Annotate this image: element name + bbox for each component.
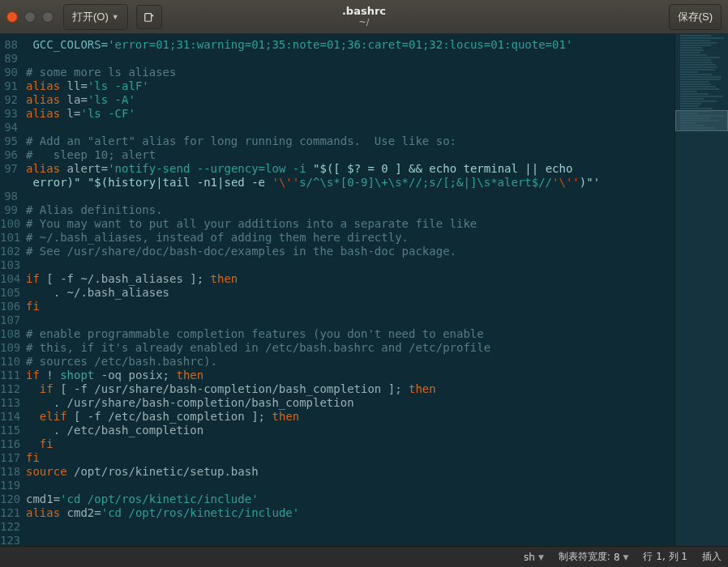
new-tab-button[interactable] bbox=[136, 5, 162, 29]
code-line[interactable]: alias alert='notify-send --urgency=low -… bbox=[26, 162, 674, 176]
code-line[interactable]: # Alias definitions. bbox=[26, 203, 674, 217]
line-number: 93 bbox=[0, 107, 18, 121]
line-number: 112 bbox=[0, 382, 18, 396]
language-selector[interactable]: sh ▼ bbox=[524, 552, 544, 563]
line-number: 97 bbox=[0, 162, 18, 176]
tab-width-label: 制表符宽度: bbox=[559, 550, 610, 564]
line-number: 116 bbox=[0, 437, 18, 451]
line-number: 96 bbox=[0, 148, 18, 162]
line-number: 110 bbox=[0, 355, 18, 369]
line-number: 119 bbox=[0, 479, 18, 492]
text-editor[interactable]: 8889909192939495969798991001011021031041… bbox=[0, 34, 674, 546]
chevron-down-icon: ▼ bbox=[623, 553, 629, 561]
code-line[interactable]: error)" "$(history|tail -n1|sed -e '\''s… bbox=[26, 176, 674, 190]
line-number: 120 bbox=[0, 492, 18, 506]
line-number: 109 bbox=[0, 341, 18, 355]
code-line[interactable] bbox=[26, 479, 674, 492]
code-line[interactable]: # sleep 10; alert bbox=[26, 148, 674, 162]
new-tab-icon bbox=[143, 11, 155, 23]
close-window-button[interactable] bbox=[6, 11, 18, 23]
line-number: 104 bbox=[0, 272, 18, 286]
open-button-label: 打开(O) bbox=[72, 10, 109, 24]
line-number: 111 bbox=[0, 369, 18, 382]
code-line[interactable]: # See /usr/share/doc/bash-doc/examples i… bbox=[26, 245, 674, 258]
line-number: 88 bbox=[0, 38, 18, 52]
code-line[interactable]: fi bbox=[26, 300, 674, 313]
minimap[interactable] bbox=[674, 34, 728, 546]
tab-width-selector[interactable]: 制表符宽度: 8 ▼ bbox=[559, 550, 629, 564]
code-line[interactable]: # this, if it's already enabled in /etc/… bbox=[26, 341, 674, 355]
code-line[interactable]: # ~/.bash_aliases, instead of adding the… bbox=[26, 231, 674, 245]
code-line[interactable] bbox=[26, 52, 674, 66]
tab-width-value: 8 bbox=[614, 552, 620, 563]
line-number: 102 bbox=[0, 245, 18, 258]
line-number: 90 bbox=[0, 66, 18, 79]
line-number bbox=[0, 176, 18, 190]
code-line[interactable]: alias la='ls -A' bbox=[26, 93, 674, 107]
line-number-gutter: 8889909192939495969798991001011021031041… bbox=[0, 38, 23, 546]
minimize-window-button[interactable] bbox=[24, 11, 36, 23]
code-line[interactable]: . /etc/bash_completion bbox=[26, 424, 674, 437]
line-number: 114 bbox=[0, 410, 18, 424]
code-line[interactable]: . ~/.bash_aliases bbox=[26, 286, 674, 300]
code-line[interactable]: fi bbox=[26, 451, 674, 465]
line-number: 101 bbox=[0, 231, 18, 245]
titlebar: 打开(O) ▼ .bashrc ~/ 保存(S) bbox=[0, 0, 728, 34]
code-line[interactable]: if [ -f ~/.bash_aliases ]; then bbox=[26, 272, 674, 286]
open-button[interactable]: 打开(O) ▼ bbox=[63, 4, 128, 30]
line-number: 113 bbox=[0, 396, 18, 410]
line-number: 91 bbox=[0, 79, 18, 93]
code-line[interactable]: alias cmd2='cd /opt/ros/kinetic/include' bbox=[26, 506, 674, 520]
line-number: 103 bbox=[0, 258, 18, 272]
code-line[interactable] bbox=[26, 258, 674, 272]
line-number: 105 bbox=[0, 286, 18, 300]
line-number: 122 bbox=[0, 520, 18, 534]
editor-area: 8889909192939495969798991001011021031041… bbox=[0, 34, 728, 546]
code-line[interactable]: GCC_COLORS='error=01;31:warning=01;35:no… bbox=[26, 38, 674, 52]
cursor-position-label: 行 1, 列 1 bbox=[643, 550, 687, 564]
code-line[interactable] bbox=[26, 520, 674, 534]
code-line[interactable]: if [ -f /usr/share/bash-completion/bash_… bbox=[26, 382, 674, 396]
insert-mode[interactable]: 插入 bbox=[702, 550, 722, 564]
code-line[interactable]: cmd1='cd /opt/ros/kinetic/include' bbox=[26, 492, 674, 506]
statusbar: sh ▼ 制表符宽度: 8 ▼ 行 1, 列 1 插入 bbox=[0, 546, 728, 567]
code-line[interactable]: # Add an "alert" alias for long running … bbox=[26, 134, 674, 148]
code-content[interactable]: GCC_COLORS='error=01;31:warning=01;35:no… bbox=[23, 38, 674, 546]
line-number: 121 bbox=[0, 506, 18, 520]
save-button-label: 保存(S) bbox=[678, 10, 713, 24]
code-line[interactable] bbox=[26, 534, 674, 546]
line-number: 94 bbox=[0, 121, 18, 134]
maximize-window-button[interactable] bbox=[42, 11, 54, 23]
code-line[interactable]: . /usr/share/bash-completion/bash_comple… bbox=[26, 396, 674, 410]
line-number: 98 bbox=[0, 190, 18, 203]
file-name: .bashrc bbox=[342, 6, 386, 17]
window-controls bbox=[6, 11, 54, 23]
language-label: sh bbox=[524, 552, 535, 563]
title-center: .bashrc ~/ bbox=[342, 6, 386, 28]
code-line[interactable]: fi bbox=[26, 437, 674, 451]
code-line[interactable] bbox=[26, 121, 674, 134]
cursor-position[interactable]: 行 1, 列 1 bbox=[643, 550, 687, 564]
line-number: 99 bbox=[0, 203, 18, 217]
insert-mode-label: 插入 bbox=[702, 550, 722, 564]
chevron-down-icon: ▼ bbox=[538, 553, 544, 561]
line-number: 92 bbox=[0, 93, 18, 107]
code-line[interactable]: alias ll='ls -alF' bbox=[26, 79, 674, 93]
line-number: 100 bbox=[0, 217, 18, 231]
save-button[interactable]: 保存(S) bbox=[669, 4, 722, 30]
code-line[interactable]: # sources /etc/bash.bashrc). bbox=[26, 355, 674, 369]
code-line[interactable]: alias l='ls -CF' bbox=[26, 107, 674, 121]
line-number: 118 bbox=[0, 465, 18, 479]
line-number: 107 bbox=[0, 313, 18, 327]
code-line[interactable] bbox=[26, 190, 674, 203]
line-number: 89 bbox=[0, 52, 18, 66]
code-line[interactable] bbox=[26, 313, 674, 327]
code-line[interactable]: # You may want to put all your additions… bbox=[26, 217, 674, 231]
code-line[interactable]: elif [ -f /etc/bash_completion ]; then bbox=[26, 410, 674, 424]
code-line[interactable]: # some more ls aliases bbox=[26, 66, 674, 79]
line-number: 108 bbox=[0, 327, 18, 341]
line-number: 117 bbox=[0, 451, 18, 465]
code-line[interactable]: if ! shopt -oq posix; then bbox=[26, 369, 674, 382]
code-line[interactable]: # enable programmable completion feature… bbox=[26, 327, 674, 341]
code-line[interactable]: source /opt/ros/kinetic/setup.bash bbox=[26, 465, 674, 479]
